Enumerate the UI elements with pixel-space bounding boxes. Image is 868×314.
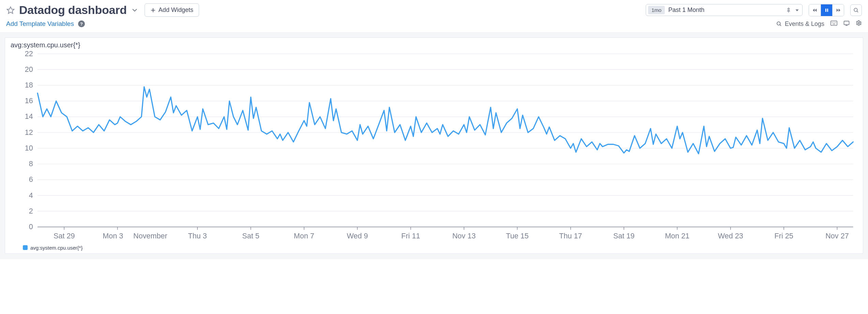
add-template-variables-link[interactable]: Add Template Variables <box>6 20 74 28</box>
svg-text:Nov 13: Nov 13 <box>452 232 476 240</box>
svg-text:16: 16 <box>25 96 33 105</box>
help-icon[interactable]: ? <box>78 20 85 27</box>
chart-legend: avg:system.cpu.user{*} <box>9 243 859 251</box>
page-title: Datadog dashboard <box>19 3 127 17</box>
dashboard-canvas: avg:system.cpu.user{*} 02468101214161820… <box>0 32 868 259</box>
time-range-pill: 1mo <box>648 6 665 14</box>
svg-text:12: 12 <box>25 128 33 137</box>
events-and-logs-button[interactable]: Events & Logs <box>776 20 824 28</box>
svg-text:18: 18 <box>25 81 33 89</box>
svg-text:Sat 5: Sat 5 <box>242 232 259 240</box>
svg-text:Mon 7: Mon 7 <box>294 232 314 240</box>
svg-text:Tue 15: Tue 15 <box>506 232 528 240</box>
svg-text:Sat 29: Sat 29 <box>54 232 75 240</box>
svg-text:Nov 27: Nov 27 <box>825 232 849 240</box>
svg-text:10: 10 <box>25 144 33 152</box>
keyboard-shortcuts-icon[interactable] <box>830 20 837 27</box>
svg-text:Fri 11: Fri 11 <box>401 232 420 240</box>
svg-rect-21 <box>844 21 849 25</box>
svg-text:November: November <box>133 232 167 240</box>
svg-text:2: 2 <box>29 207 33 215</box>
legend-swatch <box>23 245 28 250</box>
svg-text:Sat 19: Sat 19 <box>613 232 634 240</box>
add-widgets-button[interactable]: Add Widgets <box>145 3 199 17</box>
svg-text:4: 4 <box>29 191 33 200</box>
chart-plot-area[interactable]: 0246810121416182022Sat 29Mon 3NovemberTh… <box>9 50 859 243</box>
svg-rect-7 <box>825 9 826 12</box>
fullscreen-icon[interactable] <box>843 20 850 27</box>
svg-marker-0 <box>7 7 14 14</box>
events-and-logs-label: Events & Logs <box>785 20 824 28</box>
svg-text:Thu 3: Thu 3 <box>188 232 207 240</box>
add-widgets-label: Add Widgets <box>159 6 193 14</box>
time-range-picker[interactable]: 1mo Past 1 Month <box>646 4 803 16</box>
svg-point-23 <box>858 22 860 24</box>
time-playback-controls <box>809 4 844 16</box>
magnifier-icon <box>853 7 859 13</box>
search-icon <box>776 21 782 27</box>
time-range-label: Past 1 Month <box>668 6 704 14</box>
svg-text:Wed 23: Wed 23 <box>718 232 743 240</box>
plus-icon <box>150 7 156 13</box>
pause-button[interactable] <box>821 4 832 16</box>
star-icon[interactable] <box>6 6 15 15</box>
step-back-button[interactable] <box>809 4 821 16</box>
svg-marker-4 <box>795 9 798 11</box>
svg-line-14 <box>780 25 781 26</box>
timeseries-widget[interactable]: avg:system.cpu.user{*} 02468101214161820… <box>5 37 863 254</box>
svg-text:20: 20 <box>25 65 33 74</box>
svg-rect-15 <box>831 21 837 25</box>
svg-text:Thu 17: Thu 17 <box>559 232 582 240</box>
svg-text:8: 8 <box>29 159 33 168</box>
svg-point-11 <box>854 8 857 12</box>
svg-text:22: 22 <box>25 50 33 58</box>
dashboard-subheader: Add Template Variables ? Events & Logs <box>0 19 868 32</box>
legend-series-label: avg:system.cpu.user{*} <box>30 245 83 251</box>
step-forward-button[interactable] <box>832 4 844 16</box>
zoom-search-button[interactable] <box>850 4 862 16</box>
dropdown-caret-icon[interactable] <box>795 8 799 13</box>
svg-text:0: 0 <box>29 222 33 231</box>
svg-marker-9 <box>836 9 838 12</box>
svg-text:14: 14 <box>25 112 33 121</box>
widget-title: avg:system.cpu.user{*} <box>11 41 859 49</box>
settings-gear-icon[interactable] <box>856 20 862 28</box>
svg-marker-5 <box>813 9 814 12</box>
svg-text:Mon 3: Mon 3 <box>103 232 123 240</box>
svg-line-12 <box>857 11 858 12</box>
svg-rect-8 <box>827 9 828 12</box>
svg-marker-6 <box>815 9 817 12</box>
dashboard-header: Datadog dashboard Add Widgets 1mo Past 1… <box>0 0 868 19</box>
svg-text:Mon 21: Mon 21 <box>665 232 689 240</box>
title-dropdown-chevron-icon[interactable] <box>131 6 138 14</box>
svg-text:6: 6 <box>29 175 33 184</box>
svg-marker-10 <box>838 9 840 12</box>
pin-icon[interactable] <box>786 7 791 13</box>
svg-point-13 <box>777 22 780 25</box>
svg-text:Wed 9: Wed 9 <box>347 232 368 240</box>
svg-text:Fri 25: Fri 25 <box>775 232 793 240</box>
